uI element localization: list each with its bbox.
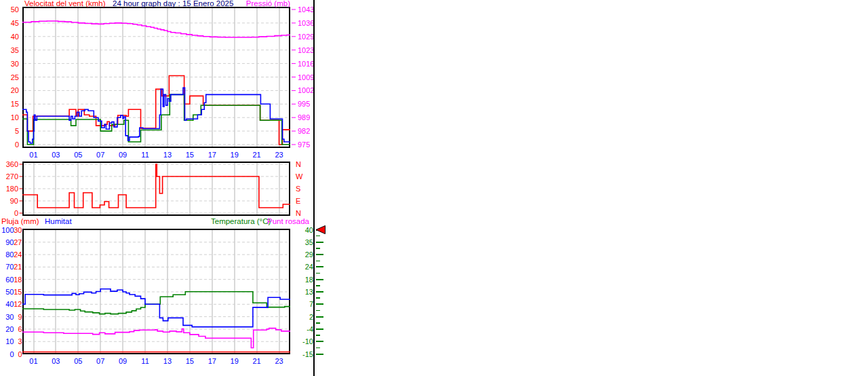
pressure-mb-series	[22, 21, 290, 37]
direction-tick-label: 270	[6, 172, 18, 181]
bottom-series-group	[22, 289, 290, 352]
compass-label: E	[296, 197, 300, 205]
humidity-tick-label: 40	[5, 300, 14, 308]
rain-tick-label: 24	[14, 250, 22, 259]
humidity-tick-label: 10	[5, 337, 14, 345]
temperature-tick-label: 40	[305, 226, 313, 234]
rain-tick-label: 27	[14, 238, 22, 246]
rain-tick-label: 6	[18, 325, 22, 333]
temperature-tick-label: 13	[305, 288, 313, 296]
wind-left-tick-label: 30	[11, 60, 19, 68]
wind-left-tick-label: 15	[11, 100, 19, 108]
hour-label-top: 23	[275, 151, 283, 159]
hour-label-top: 17	[208, 151, 216, 159]
rain-tick-label: 15	[14, 288, 22, 296]
hour-label-top: 01	[29, 151, 37, 159]
temperature-tick-label: 24	[305, 263, 313, 271]
pressure-tick-label: 989	[298, 113, 310, 121]
pressure-tick-label: 995	[298, 100, 310, 108]
hour-label-top: 21	[253, 151, 261, 159]
humidity-tick-label: 0	[9, 350, 14, 358]
wind-left-tick-label: 35	[11, 46, 19, 54]
hour-label-top: 05	[74, 151, 82, 159]
wind-left-tick-label: 0	[15, 140, 19, 149]
hour-label-top: 09	[119, 151, 127, 159]
hour-label-bottom: 03	[52, 357, 60, 365]
rain-axis-title: Pluja (mm)	[1, 217, 39, 225]
weather-graph-canvas: 5045403530252015105010431036102910231016…	[0, 0, 868, 376]
hour-label-bottom: 05	[74, 357, 82, 365]
direction-tick-label: 180	[6, 185, 18, 193]
rain-tick-label: 21	[14, 263, 22, 271]
compass-label: N	[296, 160, 301, 168]
direction-tick-label: 0	[14, 209, 18, 217]
humidity-pct-series	[22, 289, 290, 327]
humidity-tick-label: 20	[5, 325, 14, 333]
humidity-tick-label: 30	[5, 313, 14, 321]
temperature-tick-label: 2	[309, 313, 313, 321]
pressure-tick-label: 975	[298, 140, 310, 149]
temperature-tick-label: -15	[302, 350, 313, 358]
pressure-axis-title: Pressió (mb)	[22, 0, 290, 7]
wind-left-tick-label: 10	[11, 113, 19, 121]
humidity-tick-label: 80	[5, 250, 14, 259]
wind-left-tick-label: 45	[11, 19, 19, 27]
rain-tick-label: 12	[14, 300, 22, 308]
rain-tick-label: 18	[14, 276, 22, 284]
humidity-tick-label: 90	[5, 238, 14, 246]
humidity-tick-label: 100	[1, 226, 14, 234]
wind-left-tick-label: 50	[11, 5, 19, 14]
thermometer-scale	[314, 0, 323, 376]
hour-label-top: 03	[52, 151, 60, 159]
hour-label-bottom: 17	[208, 357, 216, 365]
wind-left-tick-label: 25	[11, 73, 19, 81]
temperature-tick-label: 7	[309, 300, 313, 308]
temperature-tick-label: 29	[305, 250, 313, 259]
pressure-tick-label: 1009	[298, 73, 314, 81]
dewpoint-c-series	[22, 328, 290, 348]
weather-station-24h-graph: 5045403530252015105010431036102910231016…	[0, 0, 868, 376]
compass-label: S	[296, 185, 300, 193]
hour-label-bottom: 21	[253, 357, 261, 365]
rain-tick-label: 3	[18, 337, 22, 345]
humidity-tick-label: 50	[5, 288, 14, 296]
compass-label: W	[296, 172, 303, 181]
pressure-tick-label: 1023	[298, 46, 314, 54]
temperature-tick-label: 35	[305, 238, 313, 246]
hour-label-bottom: 15	[186, 357, 194, 365]
hour-label-top: 07	[96, 151, 104, 159]
temperature-tick-label: -4	[307, 325, 313, 333]
temperature-tick-label: 18	[305, 276, 313, 284]
hour-label-bottom: 19	[231, 357, 239, 365]
dewpoint-axis-title: Punt rosada	[267, 217, 309, 225]
direction-tick-label: 90	[10, 197, 18, 205]
hour-label-top: 13	[163, 151, 172, 159]
hour-label-bottom: 13	[163, 357, 172, 365]
humidity-tick-label: 70	[5, 263, 14, 271]
hour-label-bottom: 11	[141, 357, 149, 365]
pressure-tick-label: 1016	[298, 60, 314, 68]
wind-gust-kmh-series	[22, 76, 290, 145]
hour-label-top: 19	[231, 151, 239, 159]
pressure-tick-label: 1029	[298, 33, 314, 41]
hour-label-bottom: 01	[29, 357, 37, 365]
compass-label: N	[296, 209, 301, 217]
horizontal-gridlines	[24, 242, 289, 354]
rain-tick-label: 30	[14, 226, 22, 234]
humidity-tick-label: 60	[5, 276, 14, 284]
pressure-tick-label: 1036	[298, 19, 314, 27]
temperature-tick-label: -10	[302, 337, 313, 345]
hour-label-bottom: 09	[119, 357, 127, 365]
rain-tick-label: 0	[18, 350, 22, 358]
rain-tick-label: 9	[18, 313, 22, 321]
wind-left-tick-label: 40	[11, 33, 19, 41]
pressure-tick-label: 1002	[298, 86, 314, 94]
wind-pressure-series	[22, 21, 290, 145]
hour-label-top: 15	[186, 151, 194, 159]
hour-label-bottom: 23	[275, 357, 283, 365]
pressure-tick-label: 982	[298, 127, 310, 135]
pressure-tick-label: 1043	[298, 5, 314, 14]
wind-left-tick-label: 20	[11, 86, 19, 94]
hour-label-top: 11	[141, 151, 149, 159]
temperature-axis-title: Temperatura (°C)	[211, 217, 271, 225]
